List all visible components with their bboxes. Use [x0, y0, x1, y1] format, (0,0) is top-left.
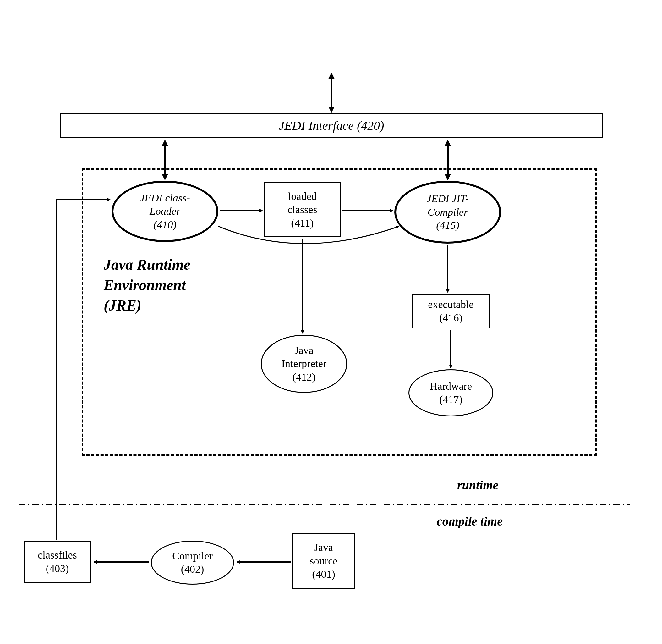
- java-source-l3: (401): [312, 568, 335, 581]
- java-source-l2: source: [310, 554, 338, 568]
- hardware-l1: Hardware: [430, 380, 472, 393]
- node-java-interpreter: Java Interpreter (412): [261, 335, 347, 393]
- java-source-l1: Java: [314, 541, 333, 554]
- loaded-classes-l2: classes: [287, 203, 317, 216]
- compile-time-label-text: compile time: [437, 514, 503, 528]
- executable-l2: (416): [439, 311, 463, 325]
- classfiles-l1: classfiles: [38, 549, 77, 562]
- node-hardware: Hardware (417): [408, 369, 493, 416]
- runtime-label-text: runtime: [457, 478, 498, 492]
- node-jedi-jit-compiler: JEDI JIT- Compiler (415): [394, 181, 501, 244]
- loaded-classes-l3: (411): [291, 216, 313, 230]
- compiler-l1: Compiler: [172, 549, 212, 563]
- node-jedi-interface: JEDI Interface (420): [60, 113, 603, 138]
- compile-time-label: compile time: [437, 514, 503, 529]
- jedi-jit-l1: JEDI JIT-: [427, 192, 469, 206]
- java-interpreter-l3: (412): [292, 371, 316, 384]
- node-loaded-classes: loaded classes (411): [264, 182, 341, 237]
- classfiles-l2: (403): [46, 562, 69, 575]
- node-classfiles: classfiles (403): [24, 540, 91, 583]
- node-executable: executable (416): [411, 294, 490, 328]
- jedi-classloader-l1: JEDI class-: [140, 191, 190, 205]
- jre-title-line3: (JRE): [104, 295, 229, 316]
- node-java-source: Java source (401): [292, 533, 355, 589]
- node-compiler: Compiler (402): [151, 540, 234, 584]
- jre-title: Java Runtime Environment (JRE): [104, 255, 229, 316]
- executable-l1: executable: [428, 298, 473, 312]
- jedi-jit-l3: (415): [436, 219, 459, 232]
- jedi-classloader-l2: Loader: [149, 205, 180, 218]
- jre-title-line2: Environment: [104, 275, 229, 295]
- loaded-classes-l1: loaded: [288, 190, 317, 203]
- runtime-label: runtime: [457, 478, 498, 492]
- jedi-interface-label: JEDI Interface (420): [279, 118, 384, 134]
- jedi-classloader-l3: (410): [153, 218, 176, 232]
- jre-title-line1: Java Runtime: [104, 255, 229, 275]
- node-jedi-classloader: JEDI class- Loader (410): [112, 181, 218, 242]
- compiler-l2: (402): [181, 562, 204, 576]
- jedi-jit-l2: Compiler: [428, 206, 468, 219]
- hardware-l2: (417): [439, 393, 463, 406]
- java-interpreter-l2: Interpreter: [282, 357, 327, 371]
- java-interpreter-l1: Java: [294, 344, 313, 358]
